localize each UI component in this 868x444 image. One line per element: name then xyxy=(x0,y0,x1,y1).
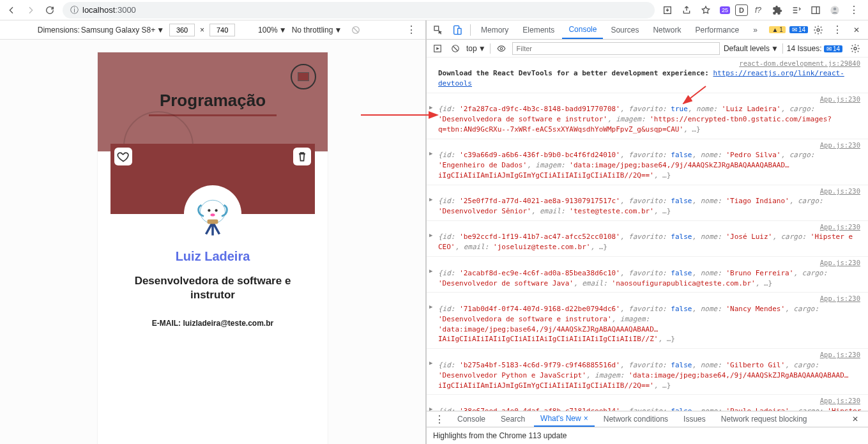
section-title: Programação xyxy=(98,91,328,111)
console-settings-icon[interactable] xyxy=(846,40,864,57)
messages-badge[interactable]: ✉ 14 xyxy=(789,26,808,33)
log-entry[interactable]: App.js:230▶{id: '2acabf8d-ec9e-4c6f-ad0a… xyxy=(427,257,868,293)
delete-button[interactable] xyxy=(293,148,311,165)
browser-toolbar: ⓘ localhost:3000 25 D f? ⋮ xyxy=(0,0,868,20)
svg-point-19 xyxy=(500,47,503,50)
extensions-puzzle-icon[interactable] xyxy=(768,1,786,19)
dimensions-select[interactable]: Dimensions: Samsung Galaxy S8+ ▼ xyxy=(38,26,164,34)
svg-point-8 xyxy=(208,209,210,211)
browser-actions: 25 D f? ⋮ xyxy=(659,1,865,19)
url-text: localhost:3000 xyxy=(82,5,647,15)
source-link[interactable]: App.js:230 xyxy=(820,187,860,195)
dimension-times: × xyxy=(200,26,204,34)
forward-button[interactable] xyxy=(22,1,40,19)
url-bar[interactable]: ⓘ localhost:3000 xyxy=(63,2,655,19)
filter-input[interactable] xyxy=(512,42,720,55)
gear-icon[interactable] xyxy=(809,21,827,39)
card-name: Luiz Ladeira xyxy=(122,249,303,264)
bookmark-star-icon[interactable] xyxy=(697,1,715,19)
drawer-content: Highlights from the Chrome 113 update xyxy=(427,427,868,444)
drawer-close-icon[interactable]: ✕ xyxy=(846,410,864,428)
card-email: E-MAIL: luizladeira@teste.com.br xyxy=(122,319,303,328)
drawer-menu-icon[interactable]: ⋮ xyxy=(430,410,448,428)
drawer-tab-network-conditions[interactable]: Network conditions xyxy=(597,411,674,427)
drawer-tab-network-request-blocking[interactable]: Network request blocking xyxy=(715,411,814,427)
throttle-select[interactable]: No throttling ▼ xyxy=(292,26,342,34)
tab-sources[interactable]: Sources xyxy=(604,20,645,39)
log-entry[interactable]: App.js:230▶{id: 'c39a66d9-a6b6-436f-b9b0… xyxy=(427,139,868,185)
chevron-down-icon: ▼ xyxy=(279,26,287,34)
install-icon[interactable] xyxy=(659,1,676,19)
reading-list-icon[interactable] xyxy=(788,1,805,19)
source-link[interactable]: App.js:230 xyxy=(820,397,860,404)
log-entry[interactable]: App.js:230▶{id: '38e67eed-a4e0-4daf-af8b… xyxy=(427,395,868,411)
private-toggle[interactable] xyxy=(291,64,316,89)
close-devtools-icon[interactable]: ✕ xyxy=(848,21,865,39)
back-button[interactable] xyxy=(3,1,20,19)
source-link[interactable]: App.js:230 xyxy=(820,95,860,103)
source-link[interactable]: App.js:230 xyxy=(820,223,860,231)
chevron-down-icon: ▼ xyxy=(156,26,164,34)
svg-rect-12 xyxy=(434,26,439,31)
source-link[interactable]: App.js:230 xyxy=(820,141,860,149)
tab-console[interactable]: Console xyxy=(562,20,603,39)
inspect-icon[interactable] xyxy=(429,21,447,39)
share-icon[interactable] xyxy=(678,1,696,19)
levels-select[interactable]: Default levels ▼ xyxy=(724,44,779,53)
drawer-tab-search[interactable]: Search xyxy=(494,411,531,427)
devtools-menu-icon[interactable]: ⋮ xyxy=(828,21,846,39)
ext-f-icon[interactable]: f? xyxy=(749,1,767,19)
drawer-tab-issues[interactable]: Issues xyxy=(677,411,712,427)
tab-performance[interactable]: Performance xyxy=(689,20,745,39)
browser-menu-icon[interactable]: ⋮ xyxy=(845,1,863,19)
log-entry[interactable]: App.js:230▶{id: '25e0f7fd-a77d-4021-ae8a… xyxy=(427,185,868,221)
issues-link[interactable]: 14 Issues: ✉ 14 xyxy=(787,44,842,53)
info-icon: ⓘ xyxy=(70,4,79,16)
favorite-button[interactable] xyxy=(114,148,132,165)
log-entry[interactable]: App.js:230▶{id: 'be92ccfd-1f19-41b7-ac47… xyxy=(427,221,868,257)
drawer-tab-what-s-new[interactable]: What's New × xyxy=(534,411,595,427)
zoom-select[interactable]: 100% ▼ xyxy=(258,26,287,34)
svg-rect-1 xyxy=(812,6,819,13)
svg-point-9 xyxy=(215,209,218,211)
chevron-down-icon: ▼ xyxy=(334,26,342,34)
log-entry[interactable]: App.js:230▶{id: '2fa287ca-d9fc-4b3c-8148… xyxy=(427,93,868,139)
context-select[interactable]: top ▼ xyxy=(466,44,486,53)
reload-button[interactable] xyxy=(41,1,59,19)
avatar-image xyxy=(184,185,241,243)
eye-icon[interactable] xyxy=(494,42,508,56)
device-mode-icon[interactable] xyxy=(448,21,466,39)
source-link[interactable]: App.js:230 xyxy=(820,295,860,302)
person-card: Luiz Ladeira Desenvolvedora de software … xyxy=(110,144,315,343)
tab-memory[interactable]: Memory xyxy=(475,20,515,39)
log-entry[interactable]: App.js:230▶{id: '71ab0d4f-0f74-407d-9168… xyxy=(427,293,868,349)
rotate-icon[interactable] xyxy=(347,21,365,39)
warnings-badge[interactable]: ▲ 1 xyxy=(769,26,785,33)
device-frame: Programação xyxy=(98,52,328,444)
svg-line-18 xyxy=(453,46,458,50)
tab-network[interactable]: Network xyxy=(646,20,687,39)
more-tabs-icon[interactable]: » xyxy=(747,20,764,39)
source-link[interactable]: react-dom.development.js:29840 xyxy=(739,59,860,67)
log-entry[interactable]: App.js:230▶{id: 'b275a4bf-5183-4c6d-9f79… xyxy=(427,349,868,395)
drawer-tab-console[interactable]: Console xyxy=(451,411,492,427)
ext-d-icon[interactable]: D xyxy=(735,4,748,16)
svg-rect-11 xyxy=(208,219,218,224)
profile-avatar-icon[interactable] xyxy=(826,1,844,19)
sidepanel-icon[interactable] xyxy=(807,1,825,19)
svg-rect-14 xyxy=(458,28,461,34)
log-text: Download the React DevTools for a better… xyxy=(438,69,709,77)
tab-elements[interactable]: Elements xyxy=(516,20,561,39)
ext-framer-icon[interactable]: 25 xyxy=(716,1,734,19)
source-link[interactable]: App.js:230 xyxy=(820,259,860,266)
svg-point-4 xyxy=(834,7,837,10)
clear-console-icon[interactable] xyxy=(448,42,462,56)
play-icon[interactable] xyxy=(430,42,445,56)
width-input[interactable] xyxy=(169,24,195,36)
height-input[interactable] xyxy=(209,24,235,36)
source-link[interactable]: App.js:230 xyxy=(820,351,860,358)
card-role: Desenvolvedora de software e instrutor xyxy=(122,274,303,302)
device-menu-icon[interactable]: ⋮ xyxy=(402,21,420,39)
log-entry[interactable]: react-dom.development.js:29840 Download … xyxy=(427,57,868,93)
device-toolbar: Dimensions: Samsung Galaxy S8+ ▼ × 100% … xyxy=(0,20,425,40)
